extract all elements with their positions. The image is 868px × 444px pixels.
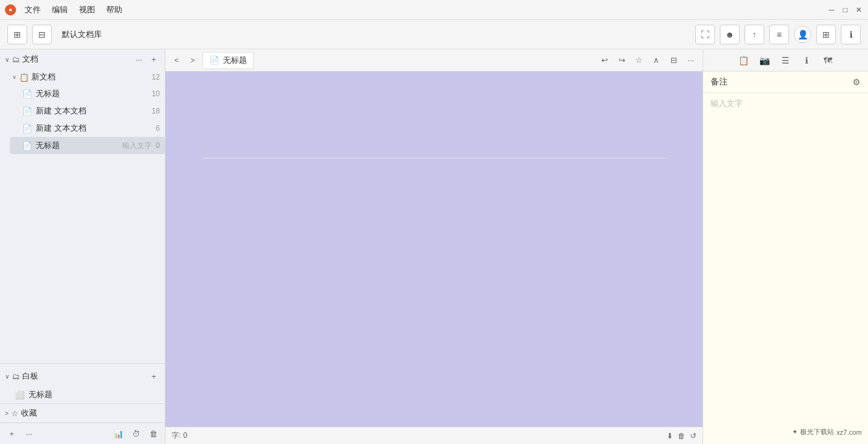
watermark-icon: ✦ xyxy=(792,428,798,436)
doc-icon-2: 📄 xyxy=(22,124,32,133)
doc-title-1: 新建 文本文档 xyxy=(36,105,148,117)
watermark: ✦ 极光下载站 xz7.com xyxy=(792,427,862,437)
sidebar: ∨ 🗂 文档 ··· + ∨ 📋 新文档 12 📄 xyxy=(0,49,165,444)
doc-placeholder-3: 输入文字 xyxy=(122,141,152,151)
doc-item-2[interactable]: 📄 新建 文本文档 6 xyxy=(10,120,165,137)
editor-area[interactable] xyxy=(165,72,703,427)
docs-actions: ··· + xyxy=(133,53,160,65)
sidebar-trash-btn[interactable]: 🗑 xyxy=(146,427,160,440)
new-doc-group-icon: 📋 xyxy=(19,73,29,82)
tab-item-0[interactable]: 📄 无标题 xyxy=(202,52,254,69)
whiteboard-header: ∨ 🗂 白板 + xyxy=(0,366,165,386)
menu-edit[interactable]: 编辑 xyxy=(47,2,73,18)
editor-divider xyxy=(202,158,666,158)
doc-count-0: 10 xyxy=(152,89,160,98)
tab-undo-btn[interactable]: ↩ xyxy=(598,54,611,67)
tab-doc-icon: 📄 xyxy=(209,56,219,65)
tab-layout-btn[interactable]: ⊟ xyxy=(667,54,680,67)
right-panel-settings-btn[interactable]: ⚙ xyxy=(853,77,861,87)
tab-bar: < > 📄 无标题 ↩ ↪ ☆ ∧ ⊟ ··· xyxy=(165,49,703,72)
tab-redo-btn[interactable]: ↪ xyxy=(615,54,628,67)
docs-section-header: ∨ 🗂 文档 ··· + xyxy=(0,49,165,69)
sidebar-clock-btn[interactable]: ⏱ xyxy=(129,427,143,440)
docs-add-btn[interactable]: + xyxy=(148,53,160,65)
maximize-button[interactable]: □ xyxy=(841,6,849,14)
toolbar: ⊞ ⊟ 默认文档库 ⛶ ☻ ↑ ≡ 👤 ⊞ ℹ xyxy=(0,20,868,49)
right-panel-header: 备注 ⚙ xyxy=(703,72,868,93)
menu-file[interactable]: 文件 xyxy=(20,2,46,18)
sidebar-bottom: + ··· 📊 ⏱ 🗑 xyxy=(0,422,165,444)
tab-collapse-btn[interactable]: ∧ xyxy=(649,54,663,67)
favorites-chevron-icon[interactable]: > xyxy=(5,410,9,417)
toolbar-grid-btn[interactable]: ⊞ xyxy=(816,25,836,44)
tab-more-btn[interactable]: ··· xyxy=(684,54,698,67)
whiteboard-icon-0: ⬜ xyxy=(15,390,25,400)
right-panel-camera-icon[interactable]: 📷 xyxy=(757,53,772,68)
sidebar-add-btn[interactable]: + xyxy=(5,427,19,440)
docs-section: ∨ 🗂 文档 ··· + ∨ 📋 新文档 12 📄 xyxy=(0,49,165,154)
doc-title-3: 无标题 xyxy=(36,140,116,151)
whiteboard-add-btn[interactable]: + xyxy=(148,370,160,382)
menu-items: 文件 编辑 视图 帮助 xyxy=(20,2,127,18)
toolbar-info-btn[interactable]: ℹ xyxy=(841,25,861,44)
toolbar-fullscreen-btn[interactable]: ⛶ xyxy=(695,25,715,44)
toolbar-library-label: 默认文档库 xyxy=(57,29,107,40)
title-bar-right: ─ □ ✕ xyxy=(827,6,863,14)
status-bar: 字: 0 ⬇ 🗑 ↺ xyxy=(165,427,703,444)
doc-item-1[interactable]: 📄 新建 文本文档 18 xyxy=(10,102,165,120)
title-bar-left: ● 文件 编辑 视图 帮助 xyxy=(5,2,127,18)
new-doc-group-title: 新文档 xyxy=(31,72,149,83)
right-panel-title: 备注 xyxy=(711,76,728,88)
doc-count-3: 0 xyxy=(156,141,160,150)
favorites-section: > ☆ 收藏 xyxy=(0,403,165,422)
docs-more-btn[interactable]: ··· xyxy=(133,53,145,65)
new-doc-group-header[interactable]: ∨ 📋 新文档 12 xyxy=(10,69,165,85)
toolbar-btn-sidebar[interactable]: ⊞ xyxy=(7,25,27,44)
toolbar-right: ⛶ ☻ ↑ ≡ 👤 ⊞ ℹ xyxy=(695,25,861,44)
whiteboard-item-0[interactable]: ⬜ 无标题 xyxy=(0,386,165,403)
sidebar-stats-btn[interactable]: 📊 xyxy=(112,427,125,440)
right-panel-list-icon[interactable]: ☰ xyxy=(778,53,793,68)
watermark-text: 极光下载站 xyxy=(800,427,834,437)
toolbar-share-btn[interactable]: ↑ xyxy=(745,25,764,44)
status-trash-icon[interactable]: 🗑 xyxy=(678,432,685,440)
whiteboard-title-0: 无标题 xyxy=(28,389,160,400)
sidebar-spacer xyxy=(0,154,165,363)
doc-icon-3: 📄 xyxy=(22,141,32,150)
whiteboard-actions: + xyxy=(148,370,160,382)
tab-star-btn[interactable]: ☆ xyxy=(632,54,646,67)
new-doc-group: ∨ 📋 新文档 12 📄 无标题 10 📄 新建 文本文档 18 xyxy=(0,69,165,154)
status-download-icon[interactable]: ⬇ xyxy=(667,432,673,440)
whiteboard-chevron-icon[interactable]: ∨ xyxy=(5,373,9,380)
whiteboard-title: 白板 xyxy=(22,371,145,382)
right-panel-placeholder: 输入文字 xyxy=(711,99,743,108)
menu-help[interactable]: 帮助 xyxy=(101,2,127,18)
toolbar-account-btn[interactable]: 👤 xyxy=(794,26,811,43)
minimize-button[interactable]: ─ xyxy=(827,6,836,14)
right-panel: 📋 📷 ☰ ℹ 🗺 备注 ⚙ 输入文字 xyxy=(703,49,868,444)
doc-count-2: 6 xyxy=(156,124,160,133)
right-panel-toolbar: 📋 📷 ☰ ℹ 🗺 xyxy=(703,49,868,72)
status-bar-right: ⬇ 🗑 ↺ xyxy=(667,432,696,440)
right-panel-doc-icon[interactable]: 📋 xyxy=(737,53,751,68)
tab-right: ↩ ↪ ☆ ∧ ⊟ ··· xyxy=(598,54,698,67)
menu-view[interactable]: 视图 xyxy=(74,2,100,18)
whiteboard-folder-icon: 🗂 xyxy=(12,372,20,381)
doc-item-0[interactable]: 📄 无标题 10 xyxy=(10,85,165,102)
right-panel-info-icon[interactable]: ℹ xyxy=(799,53,814,68)
right-panel-map-icon[interactable]: 🗺 xyxy=(820,53,835,68)
tab-back-btn[interactable]: < xyxy=(170,54,183,67)
close-button[interactable]: ✕ xyxy=(854,6,863,14)
tab-forward-btn[interactable]: > xyxy=(186,54,199,67)
word-count: 字: 0 xyxy=(172,430,187,441)
sidebar-more-btn[interactable]: ··· xyxy=(22,427,36,440)
doc-title-2: 新建 文本文档 xyxy=(36,123,152,134)
content-area: < > 📄 无标题 ↩ ↪ ☆ ∧ ⊟ ··· 字: 0 ⬇ 🗑 xyxy=(165,49,703,444)
toolbar-btn-panel[interactable]: ⊟ xyxy=(32,25,52,44)
docs-chevron-icon[interactable]: ∨ xyxy=(5,56,9,63)
toolbar-menu-btn[interactable]: ≡ xyxy=(769,25,789,44)
toolbar-sync-btn[interactable]: ☻ xyxy=(720,25,740,44)
doc-item-3[interactable]: 📄 无标题 输入文字 0 xyxy=(10,137,165,154)
status-refresh-icon[interactable]: ↺ xyxy=(690,432,696,440)
docs-folder-icon: 🗂 xyxy=(12,55,20,64)
